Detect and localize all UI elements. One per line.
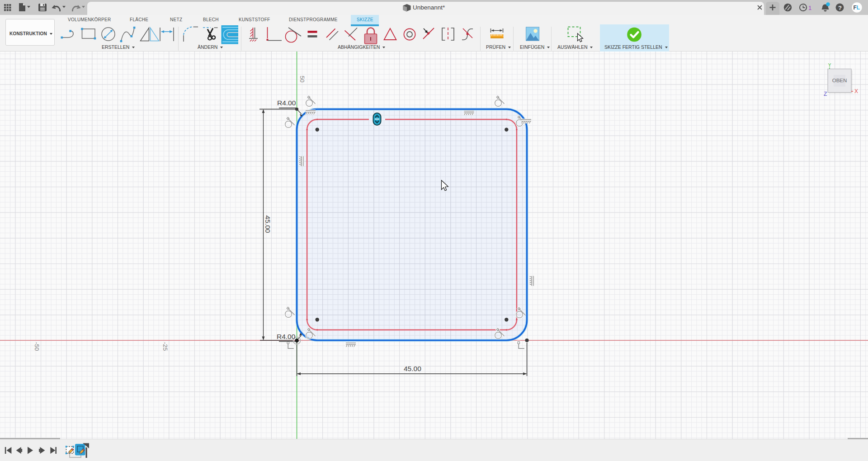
svg-text:45.00: 45.00	[264, 216, 272, 233]
svg-text:X: X	[854, 88, 858, 94]
svg-text:OBEN: OBEN	[832, 78, 847, 83]
svg-text:?: ?	[838, 5, 842, 11]
svg-text:-25: -25	[162, 342, 169, 351]
svg-text:45.00: 45.00	[404, 365, 421, 372]
svg-text:Y: Y	[828, 63, 831, 68]
svg-text:50: 50	[299, 75, 306, 82]
svg-text:Z: Z	[824, 91, 827, 97]
svg-text:FL: FL	[854, 5, 860, 11]
svg-text:1: 1	[808, 5, 811, 11]
svg-text:R4.00: R4.00	[277, 333, 296, 340]
svg-text:-50: -50	[33, 342, 40, 351]
svg-text:R4.00: R4.00	[277, 99, 296, 107]
